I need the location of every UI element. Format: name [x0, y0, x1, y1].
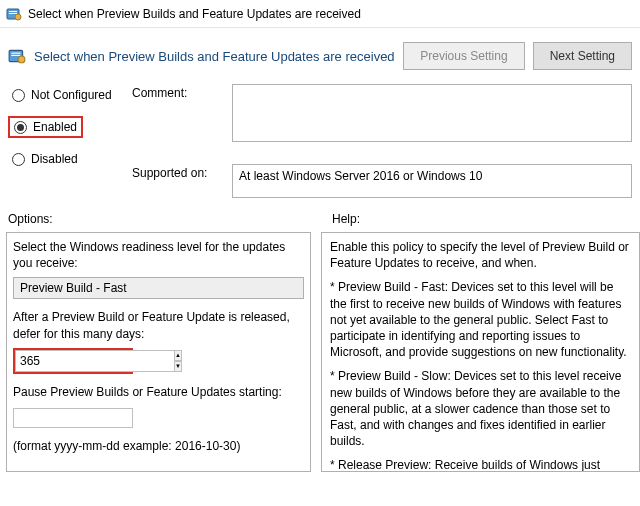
comment-label: Comment:	[132, 84, 220, 100]
defer-days-spinner: ▲ ▼	[13, 348, 133, 374]
options-heading: Options:	[8, 212, 320, 226]
next-setting-button[interactable]: Next Setting	[533, 42, 632, 70]
svg-rect-5	[11, 53, 20, 54]
radio-disabled[interactable]: Disabled	[8, 150, 128, 168]
supported-label: Supported on:	[132, 164, 220, 180]
help-paragraph: * Release Preview: Receive builds of Win…	[330, 457, 631, 472]
defer-days-input[interactable]	[15, 350, 174, 372]
radio-label: Disabled	[31, 152, 78, 166]
readiness-label: Select the Windows readiness level for t…	[13, 239, 304, 271]
help-paragraph: * Preview Build - Fast: Devices set to t…	[330, 279, 631, 360]
window-title: Select when Preview Builds and Feature U…	[28, 7, 361, 21]
defer-label: After a Preview Build or Feature Update …	[13, 309, 304, 341]
comment-input[interactable]	[232, 84, 632, 142]
radio-not-configured[interactable]: Not Configured	[8, 86, 128, 104]
previous-setting-button: Previous Setting	[403, 42, 524, 70]
readiness-dropdown[interactable]: Preview Build - Fast	[13, 277, 304, 299]
policy-name: Select when Preview Builds and Feature U…	[34, 49, 395, 64]
help-panel: Enable this policy to specify the level …	[321, 232, 640, 472]
svg-rect-2	[9, 13, 17, 14]
radio-label: Enabled	[33, 120, 77, 134]
subheader: Select when Preview Builds and Feature U…	[0, 28, 640, 80]
radio-label: Not Configured	[31, 88, 112, 102]
svg-point-7	[18, 56, 25, 63]
radio-icon	[14, 121, 27, 134]
pause-date-input[interactable]	[13, 408, 133, 428]
format-hint: (format yyyy-mm-dd example: 2016-10-30)	[13, 438, 304, 454]
state-radio-group: Not Configured Enabled Disabled	[8, 84, 128, 198]
pause-label: Pause Preview Builds or Feature Updates …	[13, 384, 304, 400]
radio-enabled[interactable]: Enabled	[8, 116, 83, 138]
help-paragraph: * Preview Build - Slow: Devices set to t…	[330, 368, 631, 449]
supported-value: At least Windows Server 2016 or Windows …	[232, 164, 632, 198]
policy-icon	[8, 47, 26, 65]
svg-rect-6	[11, 55, 20, 56]
help-heading: Help:	[320, 212, 632, 226]
radio-icon	[12, 153, 25, 166]
options-panel: Select the Windows readiness level for t…	[6, 232, 311, 472]
svg-rect-1	[9, 11, 17, 12]
help-paragraph: Enable this policy to specify the level …	[330, 239, 631, 271]
spinner-up-button[interactable]: ▲	[174, 350, 182, 361]
spinner-down-button[interactable]: ▼	[174, 361, 182, 372]
svg-point-3	[15, 14, 21, 20]
titlebar: Select when Preview Builds and Feature U…	[0, 0, 640, 28]
radio-icon	[12, 89, 25, 102]
policy-icon	[6, 6, 22, 22]
